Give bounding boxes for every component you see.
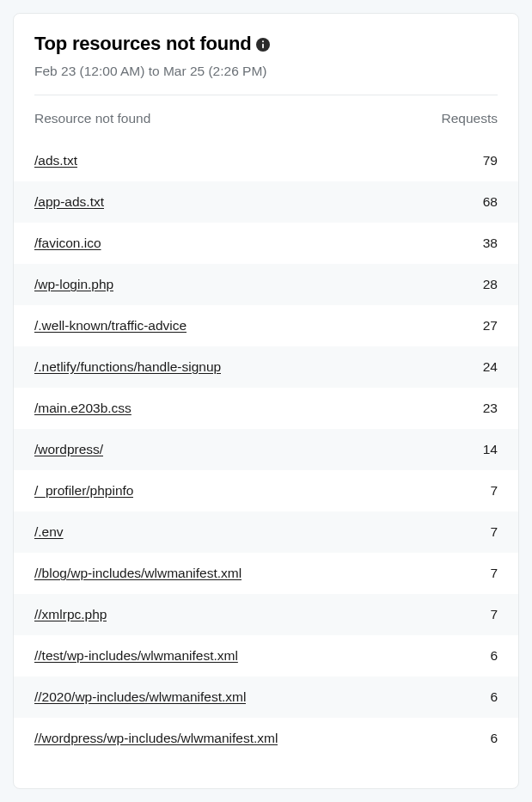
table-row: /.env7 (14, 511, 518, 553)
date-range: Feb 23 (12:00 AM) to Mar 25 (2:26 PM) (34, 64, 498, 79)
table-header: Resource not found Requests (34, 95, 498, 140)
requests-value: 6 (490, 689, 498, 705)
requests-value: 24 (483, 359, 498, 375)
resource-link[interactable]: /wordpress/ (34, 442, 103, 457)
table-row: /.well-known/traffic-advice27 (14, 305, 518, 346)
table-row: /app-ads.txt68 (14, 181, 518, 223)
resource-link[interactable]: /.netlify/functions/handle-signup (34, 359, 221, 375)
resource-link[interactable]: /favicon.ico (34, 236, 101, 251)
svg-rect-1 (263, 44, 265, 48)
requests-value: 6 (490, 648, 498, 664)
requests-value: 27 (483, 318, 498, 334)
requests-value: 68 (483, 194, 498, 210)
table-row: //blog/wp-includes/wlwmanifest.xml7 (14, 553, 518, 594)
svg-point-2 (262, 40, 264, 42)
resource-link[interactable]: //xmlrpc.php (34, 607, 107, 622)
requests-value: 28 (483, 277, 498, 292)
column-requests-label: Requests (442, 111, 498, 126)
resources-not-found-card: Top resources not found Feb 23 (12:00 AM… (13, 13, 519, 789)
table-row: /wp-login.php28 (14, 264, 518, 305)
resource-link[interactable]: /wp-login.php (34, 277, 113, 292)
table-row: /main.e203b.css23 (14, 388, 518, 429)
rows-container: /ads.txt79/app-ads.txt68/favicon.ico38/w… (14, 140, 518, 771)
requests-value: 7 (490, 566, 498, 581)
resource-link[interactable]: //2020/wp-includes/wlwmanifest.xml (34, 689, 246, 705)
title-row: Top resources not found (34, 33, 498, 55)
requests-value: 7 (490, 483, 498, 499)
requests-value: 7 (490, 524, 498, 540)
requests-value: 14 (483, 442, 498, 457)
resource-link[interactable]: /app-ads.txt (34, 194, 104, 210)
resource-link[interactable]: /.env (34, 524, 64, 540)
table-row: /favicon.ico38 (14, 223, 518, 264)
table-row: /wordpress/14 (14, 429, 518, 470)
table-row: //2020/wp-includes/wlwmanifest.xml6 (14, 676, 518, 718)
resource-link[interactable]: //wordpress/wp-includes/wlwmanifest.xml (34, 731, 278, 746)
requests-value: 79 (483, 153, 498, 168)
requests-value: 7 (490, 607, 498, 622)
table-row: /.netlify/functions/handle-signup24 (14, 346, 518, 388)
column-resource-label: Resource not found (34, 111, 150, 126)
info-icon[interactable] (256, 38, 270, 52)
resource-link[interactable]: /_profiler/phpinfo (34, 483, 133, 499)
card-title: Top resources not found (34, 33, 251, 55)
table-row: //wordpress/wp-includes/wlwmanifest.xml6 (14, 718, 518, 759)
resource-link[interactable]: /.well-known/traffic-advice (34, 318, 187, 334)
resource-link[interactable]: /ads.txt (34, 153, 77, 168)
table-row: /ads.txt79 (14, 140, 518, 181)
requests-value: 23 (483, 401, 498, 416)
card-header: Top resources not found Feb 23 (12:00 AM… (34, 33, 498, 95)
table-row: //xmlrpc.php7 (14, 594, 518, 635)
table-row: //test/wp-includes/wlwmanifest.xml6 (14, 635, 518, 676)
resource-link[interactable]: /main.e203b.css (34, 401, 131, 416)
requests-value: 6 (490, 731, 498, 746)
table-row: /_profiler/phpinfo7 (14, 470, 518, 511)
resource-link[interactable]: //test/wp-includes/wlwmanifest.xml (34, 648, 238, 664)
resource-link[interactable]: //blog/wp-includes/wlwmanifest.xml (34, 566, 242, 581)
requests-value: 38 (483, 236, 498, 251)
